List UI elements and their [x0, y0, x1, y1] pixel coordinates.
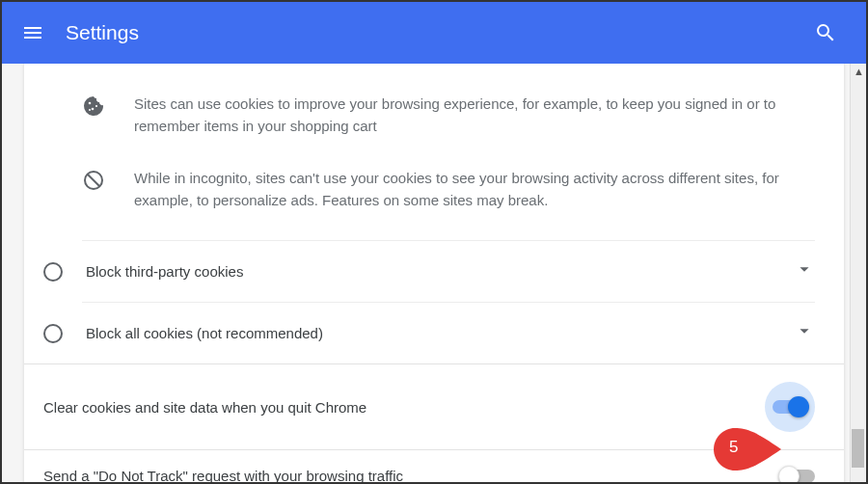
radio-label: Block third-party cookies — [86, 263, 794, 280]
toggle-label: Clear cookies and site data when you qui… — [43, 399, 755, 416]
search-icon — [814, 21, 837, 44]
settings-card: Sites can use cookies to improve your br… — [23, 64, 845, 482]
toggle-row-do-not-track: Send a "Do Not Track" request with your … — [24, 450, 844, 482]
info-block-incognito: While in incognito, sites can't use your… — [24, 157, 844, 222]
radio-icon — [43, 324, 63, 343]
page-title: Settings — [66, 21, 139, 44]
content-area: Sites can use cookies to improve your br… — [2, 64, 866, 482]
toggle-on-icon — [773, 400, 807, 414]
toggle-label: Send a "Do Not Track" request with your … — [43, 468, 780, 482]
hamburger-icon — [21, 21, 44, 44]
chevron-down-icon — [794, 320, 815, 346]
toggle-row-clear-on-quit: Clear cookies and site data when you qui… — [24, 364, 844, 449]
radio-block-third-party[interactable]: Block third-party cookies — [24, 241, 844, 302]
toggle-do-not-track[interactable] — [780, 470, 815, 483]
svg-point-1 — [92, 108, 95, 111]
block-icon — [82, 169, 105, 192]
svg-point-2 — [95, 105, 97, 107]
svg-line-5 — [88, 175, 99, 186]
header-bar: Settings — [2, 2, 866, 64]
scroll-up-icon: ▲ — [854, 66, 864, 77]
svg-point-0 — [89, 102, 92, 105]
scrollbar-thumb[interactable] — [852, 429, 864, 468]
cookie-icon — [82, 94, 105, 118]
svg-point-3 — [89, 109, 91, 111]
radio-block-all[interactable]: Block all cookies (not recommended) — [24, 303, 844, 363]
info-text-cookies: Sites can use cookies to improve your br… — [134, 93, 805, 138]
scrollbar[interactable]: ▲ — [850, 64, 866, 482]
search-button[interactable] — [814, 21, 837, 44]
menu-button[interactable] — [21, 21, 44, 44]
info-text-incognito: While in incognito, sites can't use your… — [134, 167, 805, 212]
radio-icon — [43, 262, 63, 282]
info-block-cookies: Sites can use cookies to improve your br… — [24, 83, 844, 148]
radio-label: Block all cookies (not recommended) — [86, 325, 794, 341]
chevron-down-icon — [794, 258, 815, 284]
window-frame: Settings Sites can use cookies to improv… — [0, 0, 868, 484]
toggle-clear-on-quit[interactable] — [765, 382, 815, 432]
